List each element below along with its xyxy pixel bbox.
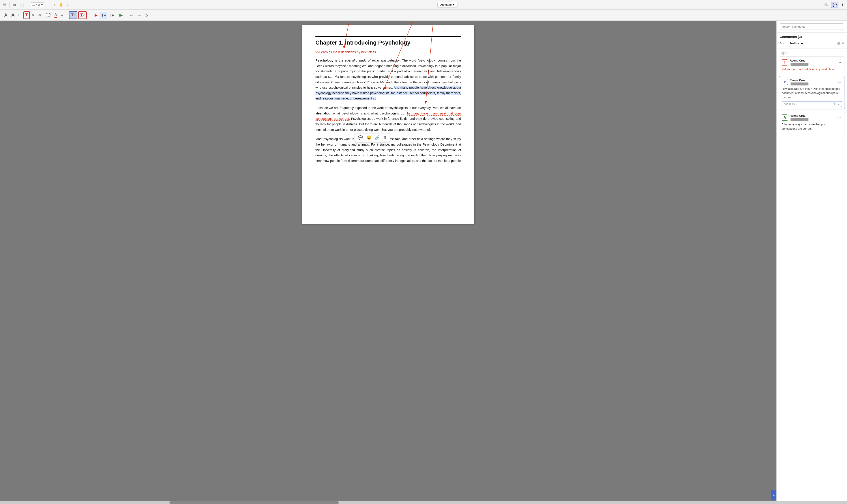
comment-user-info-3: Reena Cruz ██████████ — [790, 114, 833, 121]
ann-bubble-icon: 💬 — [46, 13, 51, 18]
collapse-panel-button[interactable]: « — [771, 490, 776, 500]
inline-delete-button[interactable]: 🗑 — [382, 134, 388, 141]
ann-textcolor-button[interactable]: A — [53, 12, 59, 19]
ann-pen-button[interactable]: ✏ — [37, 12, 43, 19]
bottom-scrollbar[interactable] — [0, 501, 847, 504]
annotate-button[interactable]: Annotate ▾ — [437, 2, 457, 7]
ann-strikethrough-button[interactable]: A — [10, 12, 16, 19]
pan-icon: ✋ — [59, 3, 63, 7]
comment-actions-3: ! − — [835, 115, 842, 120]
annotate-dropdown-icon: ▾ — [453, 3, 455, 6]
comment-header-3: A Reena Cruz ██████████ ! − — [782, 114, 842, 121]
sort-grid-button[interactable]: ⊟ — [837, 41, 840, 46]
search-button[interactable]: 🔍 — [823, 2, 830, 8]
zoom-in-icon: + — [53, 3, 55, 6]
download-button[interactable]: ⬇ — [840, 2, 845, 8]
doc-button[interactable]: 📄 — [19, 2, 25, 8]
comment-minimize-button-3[interactable]: − — [839, 115, 842, 120]
search-icon: 🔍 — [824, 3, 828, 7]
comments-panel-button[interactable]: 💬 — [831, 2, 839, 8]
ann-bubble-button[interactable]: 💬 — [44, 12, 52, 19]
inline-emoji-button[interactable]: 😊 — [365, 134, 372, 141]
sort-select[interactable]: Position Date Author — [787, 41, 804, 46]
comments-list: Page 9 T Reena Cruz ██████████ − >>Learn… — [777, 49, 847, 501]
comment-user-info-2: Reena Cruz ██████████ — [790, 78, 831, 85]
comment-body-1: >>Learn all main definitions by next cla… — [782, 67, 842, 71]
comment-body-3: ". In many ways I am sure that your conc… — [782, 122, 842, 131]
comment-header-2: T• Reena Cruz ██████████ − … — [782, 78, 842, 85]
ann-squiggle-button[interactable]: ≈ — [31, 12, 36, 19]
ann-rect-icon: □ — [19, 13, 21, 17]
reply-send-button-2[interactable]: ➤ — [837, 102, 840, 106]
comment-text-1: >>Learn all main definitions by next cla… — [782, 68, 834, 71]
redo-button[interactable]: ↪ — [136, 12, 142, 19]
zoom-display[interactable]: 137 % ▾ — [30, 2, 45, 7]
reply-attach-button-2[interactable]: 📎 — [833, 102, 836, 106]
ann-textcolor-icon: A — [54, 13, 57, 18]
undo-icon: ↩ — [130, 13, 133, 18]
comment-user-info-1: Reena Cruz ██████████ — [790, 59, 836, 66]
comment-actions-1: − — [839, 60, 842, 65]
toolbar-annotation: A A □ T ≈ ✏ 💬 A A T ↗ T ↗ T▸ T▸ T▸ T▸ — [0, 10, 847, 21]
comment-flag-button-3[interactable]: ! — [835, 115, 837, 120]
comment-minimize-button-2[interactable]: − — [833, 79, 836, 84]
ann-divider-1 — [67, 12, 67, 19]
search-input-wrapper[interactable] — [780, 23, 844, 30]
ann-squiggle-icon: ≈ — [32, 13, 34, 17]
comments-sort-bar: Sort: Position Date Author ⊟ ≡ — [777, 39, 847, 49]
download-icon: ⬇ — [841, 3, 844, 7]
inline-link-button[interactable]: 🔗 — [374, 134, 380, 141]
select-button[interactable]: ⬚ — [66, 2, 72, 8]
zoom-in-button[interactable]: + — [52, 2, 57, 7]
ann-textbg-button[interactable]: T▸ — [100, 12, 107, 19]
comment-body-2: How accurate are they? Pick one episode … — [782, 87, 842, 100]
inline-comment-icon: 💬 — [358, 136, 363, 140]
select-icon: ⬚ — [67, 3, 70, 7]
comment-card-3: A Reena Cruz ██████████ ! − ". In many w… — [779, 112, 845, 133]
zoom-dropdown-icon: ▾ — [41, 3, 43, 6]
pan-button[interactable]: ✋ — [58, 2, 65, 8]
inline-delete-icon: 🗑 — [383, 136, 387, 140]
sort-filter-button[interactable]: ≡ — [842, 41, 844, 46]
ann-underline-button[interactable]: A — [3, 12, 9, 19]
pdf-viewer[interactable]: Chapter 1. Introducing Psychology >>Lear… — [0, 21, 776, 501]
ann-freetext-button[interactable]: T ↗ — [69, 11, 77, 19]
body-text-p2: Because we are frequently exposed to the… — [316, 105, 461, 132]
comment-icon-3: A — [782, 114, 788, 121]
ann-textsize-button[interactable]: A — [59, 12, 65, 18]
ann-rect-button[interactable]: □ — [17, 12, 22, 19]
zoom-out-button[interactable]: − — [46, 2, 51, 7]
comment-icon-2: T• — [782, 79, 788, 85]
comment-card-1: T Reena Cruz ██████████ − >>Learn all ma… — [779, 56, 845, 74]
comment-user-name-3: Reena Cruz — [790, 114, 833, 118]
inline-comment-button[interactable]: 💬 — [357, 134, 364, 141]
scrollbar-thumb — [169, 501, 339, 504]
comment-header-1: T Reena Cruz ██████████ − — [782, 59, 842, 66]
panel-icon: ⊞ — [13, 3, 16, 7]
comments-search-area — [777, 21, 847, 33]
doc-icon: 📄 — [20, 3, 24, 7]
reply-input-2[interactable] — [784, 103, 832, 106]
ann-textgreen-button[interactable]: T▸ — [116, 12, 124, 19]
search-comments-input[interactable] — [782, 25, 842, 28]
reply-area-2: 📎 ➤ — [782, 101, 842, 107]
ann-textnote-icon: T — [25, 13, 28, 17]
ann-textred-button[interactable]: T▸ — [91, 12, 99, 19]
comment-card-2: T• Reena Cruz ██████████ − … How accurat… — [779, 76, 845, 110]
sort-icons: ⊟ ≡ — [837, 41, 844, 46]
pdf-page: Chapter 1. Introducing Psychology >>Lear… — [302, 25, 474, 224]
attach-icon: 📎 — [833, 102, 836, 106]
annotation-freetext: >>Learn all main definitions by next cla… — [316, 50, 461, 54]
ann-freetext2-button[interactable]: T ↗ — [78, 11, 87, 19]
page-label: Page 9 — [777, 51, 847, 56]
collapse-icon: « — [772, 492, 775, 497]
ann-textoutline-button[interactable]: T▸ — [108, 12, 115, 19]
undo-button[interactable]: ↩ — [129, 12, 135, 19]
panel-toggle-button[interactable]: ⊞ — [12, 2, 17, 8]
comment-more-button-2[interactable]: … — [837, 79, 842, 84]
erase-button[interactable]: ◇ — [143, 12, 149, 19]
comment-more-link-2[interactable]: ...more — [782, 96, 791, 99]
ann-textnote-button[interactable]: T — [23, 11, 30, 19]
comment-minimize-button-1[interactable]: − — [839, 60, 842, 65]
menu-button[interactable]: ☰ — [2, 2, 7, 8]
